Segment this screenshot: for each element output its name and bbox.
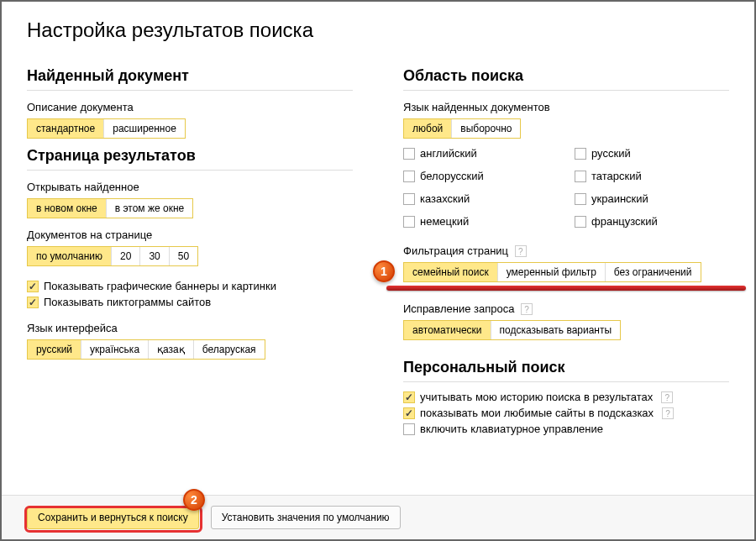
lang-tt-checkbox[interactable] bbox=[575, 171, 586, 182]
found-document-heading: Найденный документ bbox=[27, 67, 353, 91]
show-favicons-label: Показывать пиктограммы сайтов bbox=[44, 296, 211, 308]
page-filter-toggle: семейный поиск умеренный фильтр без огра… bbox=[403, 262, 701, 282]
doc-description-toggle: стандартное расширенное bbox=[27, 118, 186, 139]
doc-desc-standard[interactable]: стандартное bbox=[28, 119, 104, 138]
filter-family[interactable]: семейный поиск bbox=[404, 263, 498, 281]
lang-de-checkbox[interactable] bbox=[403, 216, 415, 228]
open-found-toggle: в новом окне в этом же окне bbox=[27, 198, 193, 218]
help-icon[interactable]: ? bbox=[521, 303, 533, 315]
annotation-underline bbox=[386, 286, 746, 291]
lang-uk-label: украинский bbox=[591, 192, 648, 205]
docs-lang-select[interactable]: выборочно bbox=[452, 119, 520, 138]
help-icon[interactable]: ? bbox=[662, 407, 674, 419]
history-label: учитывать мою историю поиска в результат… bbox=[420, 391, 653, 403]
page-filter-label: Фильтрация страниц ? bbox=[403, 244, 729, 257]
footer-bar: Сохранить и вернуться к поиску Установит… bbox=[2, 495, 754, 539]
spell-toggle: автоматически подсказывать варианты bbox=[403, 320, 621, 340]
perpage-30[interactable]: 30 bbox=[140, 247, 169, 265]
open-same-window[interactable]: в этом же окне bbox=[107, 199, 192, 218]
iface-lang-ru[interactable]: русский bbox=[28, 340, 81, 359]
perpage-20[interactable]: 20 bbox=[112, 247, 140, 265]
favs-label: показывать мои любимые сайты в подсказка… bbox=[420, 407, 654, 419]
personal-search-heading: Персональный поиск bbox=[403, 359, 729, 382]
show-banners-label: Показывать графические баннеры и картинк… bbox=[44, 280, 276, 292]
lang-en-label: английский bbox=[420, 147, 477, 160]
open-new-window[interactable]: в новом окне bbox=[28, 199, 107, 218]
show-favicons-checkbox[interactable] bbox=[27, 297, 39, 308]
doc-description-label: Описание документа bbox=[27, 101, 353, 113]
show-banners-checkbox[interactable] bbox=[27, 281, 39, 292]
help-icon[interactable]: ? bbox=[515, 245, 527, 257]
lang-uk-checkbox[interactable] bbox=[575, 193, 586, 205]
perpage-toggle: по умолчанию 20 30 50 bbox=[27, 246, 198, 266]
page-title: Настройка результатов поиска bbox=[27, 18, 729, 42]
lang-ru-label: русский bbox=[591, 147, 631, 160]
results-page-heading: Страница результатов bbox=[27, 147, 353, 171]
iface-lang-be[interactable]: беларуская bbox=[194, 340, 265, 359]
history-checkbox[interactable] bbox=[403, 391, 415, 403]
lang-be-checkbox[interactable] bbox=[403, 171, 415, 182]
docs-lang-label: Язык найденных документов bbox=[403, 101, 729, 113]
filter-none[interactable]: без ограничений bbox=[606, 263, 701, 281]
perpage-default[interactable]: по умолчанию bbox=[28, 247, 112, 265]
left-column: Найденный документ Описание документа ст… bbox=[27, 59, 353, 439]
save-button[interactable]: Сохранить и вернуться к поиску bbox=[27, 506, 199, 529]
right-column: Область поиска Язык найденных документов… bbox=[403, 59, 729, 439]
perpage-label: Документов на странице bbox=[27, 228, 353, 241]
help-icon[interactable]: ? bbox=[661, 391, 673, 403]
kbd-label: включить клавиатурное управление bbox=[420, 423, 603, 435]
iface-lang-toggle: русский українська қазақ беларуская bbox=[27, 339, 265, 360]
perpage-50[interactable]: 50 bbox=[170, 247, 197, 265]
spell-suggest[interactable]: подсказывать варианты bbox=[491, 321, 621, 339]
kbd-checkbox[interactable] bbox=[403, 423, 415, 435]
lang-ru-checkbox[interactable] bbox=[575, 148, 586, 160]
reset-defaults-button[interactable]: Установить значения по умолчанию bbox=[211, 506, 401, 529]
iface-lang-label: Язык интерфейса bbox=[27, 322, 353, 334]
open-found-label: Открывать найденное bbox=[27, 181, 353, 193]
annotation-marker-1: 1 bbox=[373, 260, 395, 282]
language-checkbox-grid: английский русский белорусский татарский… bbox=[403, 144, 729, 231]
docs-lang-any[interactable]: любой bbox=[404, 119, 452, 138]
doc-desc-extended[interactable]: расширенное bbox=[104, 119, 185, 138]
annotation-marker-2: 2 bbox=[183, 489, 205, 511]
docs-lang-mode-toggle: любой выборочно bbox=[403, 118, 521, 139]
lang-fr-label: французский bbox=[591, 215, 658, 228]
iface-lang-uk[interactable]: українська bbox=[81, 340, 149, 359]
lang-de-label: немецкий bbox=[420, 215, 469, 228]
iface-lang-kk[interactable]: қазақ bbox=[149, 340, 194, 359]
lang-kk-checkbox[interactable] bbox=[403, 193, 415, 205]
lang-fr-checkbox[interactable] bbox=[575, 216, 586, 228]
lang-be-label: белорусский bbox=[420, 170, 484, 182]
spell-label: Исправление запроса ? bbox=[403, 302, 729, 315]
lang-kk-label: казахский bbox=[420, 192, 470, 205]
filter-moderate[interactable]: умеренный фильтр bbox=[498, 263, 606, 281]
spell-auto[interactable]: автоматически bbox=[404, 321, 491, 339]
lang-en-checkbox[interactable] bbox=[403, 148, 415, 160]
search-scope-heading: Область поиска bbox=[403, 67, 729, 91]
lang-tt-label: татарский bbox=[591, 170, 642, 182]
favs-checkbox[interactable] bbox=[403, 407, 415, 419]
